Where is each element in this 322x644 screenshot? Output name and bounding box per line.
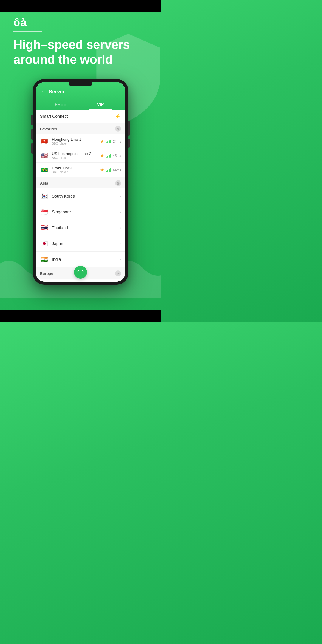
country-name-jp: Japan bbox=[52, 241, 116, 246]
phone-mockup: ← Server FREE VIP Smart Connect ⚡ Favori… bbox=[33, 79, 128, 285]
country-item-ru[interactable]: 🇷🇺 Russia › bbox=[36, 279, 125, 282]
country-item-sg[interactable]: 🇸🇬 Singapore › bbox=[36, 204, 125, 220]
favorites-label: Favorites bbox=[40, 127, 57, 131]
headline-line2: around the world bbox=[13, 52, 113, 66]
server-info-hk1: Hongkong Line-1 BBC iplayer bbox=[52, 137, 97, 145]
bar3 bbox=[109, 140, 110, 143]
headline-line1: High–speed servers bbox=[13, 38, 130, 52]
asia-icon: ◎ bbox=[115, 180, 121, 186]
server-item-us2[interactable]: 🇺🇸 US Los-angeles Line-2 BBC iplayer ★ 4… bbox=[36, 148, 125, 163]
favorites-icon: ◎ bbox=[115, 126, 121, 132]
server-right-hk1: ★ 24ms bbox=[100, 139, 121, 144]
server-name-br5: Brazil Line-5 bbox=[52, 166, 97, 170]
server-name-hk1: Hongkong Line-1 bbox=[52, 137, 97, 142]
header-section: ôà High–speed servers around the world bbox=[13, 16, 148, 67]
bar1 bbox=[106, 142, 107, 143]
signal-hk1 bbox=[106, 139, 111, 143]
country-name-kr: South Korea bbox=[52, 194, 116, 199]
app-logo: ôà bbox=[13, 16, 148, 29]
country-item-jp[interactable]: 🇯🇵 Japan › bbox=[36, 236, 125, 252]
bar1 bbox=[106, 157, 107, 158]
bar3 bbox=[109, 155, 110, 158]
country-item-kr[interactable]: 🇰🇷 South Korea › bbox=[36, 188, 125, 204]
bar3 bbox=[109, 169, 110, 172]
flag-jp: 🇯🇵 bbox=[40, 239, 48, 248]
asia-label: Asia bbox=[40, 181, 48, 185]
country-name-in: India bbox=[52, 257, 116, 262]
scroll-to-top-button[interactable]: ⌃⌃ bbox=[74, 266, 87, 279]
chevron-jp: › bbox=[120, 241, 121, 246]
bar2 bbox=[107, 141, 108, 143]
phone-screen: ← Server FREE VIP Smart Connect ⚡ Favori… bbox=[36, 82, 125, 282]
server-sub-hk1: BBC iplayer bbox=[52, 142, 97, 145]
ping-hk1: 24ms bbox=[113, 140, 121, 143]
ping-br5: 64ms bbox=[113, 168, 121, 172]
star-hk1[interactable]: ★ bbox=[100, 139, 104, 144]
signal-br5 bbox=[106, 168, 111, 172]
server-info-us2: US Los-angeles Line-2 BBC iplayer bbox=[52, 151, 97, 160]
side-button-power bbox=[128, 121, 130, 136]
bar4 bbox=[110, 168, 111, 172]
server-list: Smart Connect ⚡ Favorites ◎ 🇭🇰 Hongkong … bbox=[36, 110, 125, 282]
side-button-silent bbox=[31, 143, 33, 154]
flag-hk: 🇭🇰 bbox=[40, 138, 49, 145]
ping-us2: 45ms bbox=[113, 154, 121, 157]
server-sub-br5: BBC iplayer bbox=[52, 171, 97, 174]
back-button[interactable]: ← bbox=[41, 89, 46, 95]
smart-connect-label: Smart Connect bbox=[40, 114, 68, 119]
phone-notch bbox=[69, 82, 92, 86]
country-name-th: Thailand bbox=[52, 225, 116, 230]
server-right-us2: ★ 45ms bbox=[100, 153, 121, 158]
country-name-sg: Singapore bbox=[52, 210, 116, 214]
server-name-us2: US Los-angeles Line-2 bbox=[52, 151, 97, 156]
star-us2[interactable]: ★ bbox=[100, 153, 104, 158]
bar2 bbox=[107, 156, 108, 158]
signal-us2 bbox=[106, 154, 111, 158]
bar4 bbox=[110, 154, 111, 158]
tab-free[interactable]: FREE bbox=[41, 99, 80, 110]
chevron-up-icon: ⌃⌃ bbox=[76, 270, 85, 275]
logo-underline bbox=[13, 31, 42, 32]
tab-vip[interactable]: VIP bbox=[80, 99, 120, 110]
side-button2 bbox=[128, 139, 130, 148]
bar4 bbox=[110, 140, 111, 143]
screen-title: Server bbox=[49, 89, 65, 95]
bar2 bbox=[107, 170, 108, 172]
bolt-icon: ⚡ bbox=[115, 113, 121, 119]
flag-th: 🇹🇭 bbox=[40, 224, 48, 232]
side-button-vol-down bbox=[31, 129, 33, 140]
chevron-th: › bbox=[120, 225, 121, 230]
flag-sg: 🇸🇬 bbox=[40, 208, 48, 216]
server-right-br5: ★ 64ms bbox=[100, 167, 121, 173]
chevron-kr: › bbox=[120, 194, 121, 199]
flag-kr: 🇰🇷 bbox=[40, 192, 48, 200]
flag-in: 🇮🇳 bbox=[40, 255, 48, 264]
tab-bar: FREE VIP bbox=[41, 99, 120, 110]
server-item-hk1[interactable]: 🇭🇰 Hongkong Line-1 BBC iplayer ★ 24ms bbox=[36, 134, 125, 148]
server-info-br5: Brazil Line-5 BBC iplayer bbox=[52, 166, 97, 174]
side-button-vol-up bbox=[31, 115, 33, 125]
europe-label: Europe bbox=[40, 271, 53, 276]
flag-br: 🇧🇷 bbox=[40, 167, 49, 173]
server-item-br5[interactable]: 🇧🇷 Brazil Line-5 BBC iplayer ★ 64ms bbox=[36, 163, 125, 177]
star-br5[interactable]: ★ bbox=[100, 167, 104, 173]
country-item-th[interactable]: 🇹🇭 Thailand › bbox=[36, 220, 125, 236]
europe-icon: ◎ bbox=[115, 270, 121, 276]
favorites-section-header: Favorites ◎ bbox=[36, 123, 125, 134]
bar1 bbox=[106, 171, 107, 172]
screen-title-row: ← Server bbox=[41, 89, 120, 95]
asia-section-header: Asia ◎ bbox=[36, 177, 125, 188]
country-item-in[interactable]: 🇮🇳 India › bbox=[36, 252, 125, 267]
server-sub-us2: BBC iplayer bbox=[52, 156, 97, 160]
nav-bar bbox=[0, 310, 161, 322]
status-bar bbox=[0, 0, 161, 12]
chevron-sg: › bbox=[120, 210, 121, 214]
headline: High–speed servers around the world bbox=[13, 37, 148, 67]
flag-us: 🇺🇸 bbox=[40, 152, 49, 159]
chevron-in: › bbox=[120, 257, 121, 262]
smart-connect-row[interactable]: Smart Connect ⚡ bbox=[36, 110, 125, 123]
